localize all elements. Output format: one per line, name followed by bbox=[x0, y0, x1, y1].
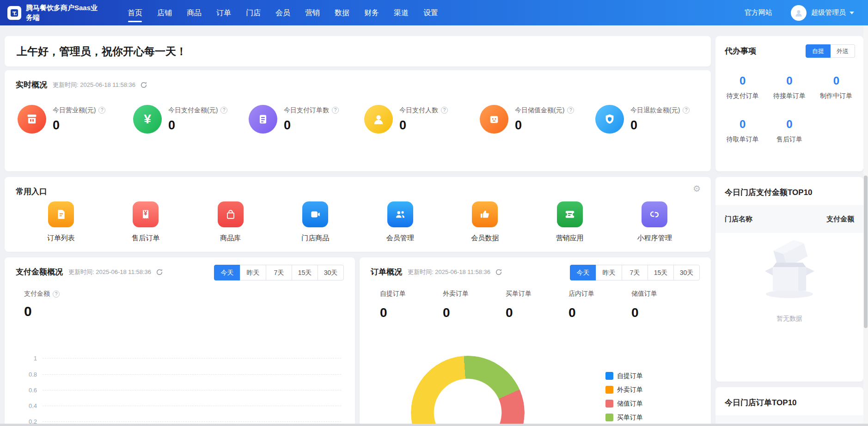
quick-entries-card: 常用入口 ⚙ 订单列表 ¥ 售后订单 商品库 门店商品 bbox=[5, 177, 711, 252]
todo-value: 0 bbox=[719, 74, 766, 87]
y-axis-tick: 1 bbox=[13, 355, 37, 362]
stat-storedvalue-orders: 储值订单 0 bbox=[631, 290, 694, 320]
nav-item-orders[interactable]: 订单 bbox=[209, 0, 238, 25]
top10-orders-panel: 今日门店订单TOP10 bbox=[715, 387, 863, 426]
realtime-header: 实时概况 更新时间: 2025-06-18 11:58:36 bbox=[5, 70, 711, 90]
stat-today-paying-users: 今日支付人数 ? 0 bbox=[358, 105, 473, 134]
stat-label: 店内订单 bbox=[568, 290, 631, 298]
member-manage-icon bbox=[387, 201, 413, 227]
tab-yesterday[interactable]: 昨天 bbox=[240, 265, 266, 280]
toggle-delivery[interactable]: 外送 bbox=[831, 44, 855, 58]
todo-item[interactable]: 0 制作中订单 bbox=[813, 74, 860, 100]
update-time-label: 更新时间: bbox=[408, 268, 434, 275]
entry-member-data[interactable]: 会员数据 bbox=[455, 201, 515, 243]
metric-label: 支付金额 bbox=[24, 290, 50, 298]
help-icon[interactable]: ? bbox=[220, 107, 227, 114]
nav-item-goods[interactable]: 商品 bbox=[179, 0, 209, 25]
gear-icon[interactable]: ⚙ bbox=[693, 184, 701, 193]
stat-label: 储值订单 bbox=[631, 290, 694, 298]
chevron-down-icon[interactable] bbox=[850, 12, 854, 14]
app-title: 腾马餐饮多商户Saas业务端 bbox=[26, 3, 101, 22]
help-icon[interactable]: ? bbox=[53, 291, 60, 298]
todo-item[interactable]: 0 待取单订单 bbox=[719, 118, 766, 144]
stat-instore-orders: 店内订单 0 bbox=[568, 290, 631, 320]
tab-today[interactable]: 今天 bbox=[570, 265, 596, 280]
refresh-icon[interactable] bbox=[156, 268, 163, 276]
tab-7days[interactable]: 7天 bbox=[266, 265, 292, 280]
legend-label: 外卖订单 bbox=[617, 386, 643, 394]
update-time-value: 2025-06-18 11:58:36 bbox=[435, 268, 490, 275]
todo-value: 0 bbox=[766, 74, 813, 87]
tab-7days[interactable]: 7天 bbox=[622, 265, 648, 280]
nav-item-shop[interactable]: 店铺 bbox=[150, 0, 179, 25]
table-header: 门店名称 支付金额 bbox=[715, 205, 863, 233]
nav-item-home[interactable]: 首页 bbox=[120, 0, 150, 25]
nav-item-marketing[interactable]: 营销 bbox=[298, 0, 327, 25]
quick-entries-title: 常用入口 bbox=[16, 186, 47, 197]
tab-yesterday[interactable]: 昨天 bbox=[596, 265, 622, 280]
y-axis-tick: 0.8 bbox=[13, 371, 37, 378]
legend-item-paybill[interactable]: 买单订单 bbox=[605, 414, 643, 421]
order-chart-legend: 自提订单 外卖订单 储值订单 买单订单 bbox=[605, 372, 643, 426]
legend-item-storedvalue[interactable]: 储值订单 bbox=[605, 400, 643, 408]
entry-miniprogram-management[interactable]: 小程序管理 bbox=[624, 201, 685, 243]
help-icon[interactable]: ? bbox=[683, 107, 690, 114]
nav-item-stores[interactable]: 门店 bbox=[238, 0, 268, 25]
toggle-pickup[interactable]: 自提 bbox=[806, 44, 831, 58]
order-overview-card: 订单概况 更新时间: 2025-06-18 11:58:36 今天 昨天 7天 … bbox=[360, 257, 711, 426]
legend-swatch bbox=[605, 400, 613, 408]
section-title: 实时概况 bbox=[16, 79, 47, 90]
goods-bag-icon bbox=[218, 201, 244, 227]
entry-member-management[interactable]: 会员管理 bbox=[370, 201, 430, 243]
help-icon[interactable]: ? bbox=[98, 107, 105, 114]
todo-item[interactable]: 0 待接单订单 bbox=[766, 74, 813, 100]
horizontal-scrollbar[interactable] bbox=[0, 424, 868, 426]
official-website-link[interactable]: 官方网站 bbox=[745, 8, 772, 17]
todo-label: 售后订单 bbox=[766, 135, 813, 144]
greeting-text: 上午好，管理员，祝你开心每一天！ bbox=[17, 44, 187, 59]
gridline bbox=[43, 406, 341, 406]
nav-item-settings[interactable]: 设置 bbox=[416, 0, 446, 25]
entry-goods-library[interactable]: 商品库 bbox=[201, 201, 261, 243]
tab-30days[interactable]: 30天 bbox=[673, 265, 700, 280]
stat-value: 0 bbox=[53, 118, 105, 133]
help-icon[interactable]: ? bbox=[441, 107, 448, 114]
todo-label: 待取单订单 bbox=[719, 135, 766, 144]
tab-15days[interactable]: 15天 bbox=[292, 265, 318, 280]
nav-item-data[interactable]: 数据 bbox=[327, 0, 357, 25]
refresh-icon[interactable] bbox=[495, 268, 502, 276]
stat-label: 今日退款金额(元) bbox=[630, 106, 680, 115]
stat-value: 0 bbox=[443, 305, 506, 320]
stat-value: 0 bbox=[506, 305, 568, 320]
order-stats-row: 自提订单 0 外卖订单 0 买单订单 0 店内订单 0 储值订单 0 bbox=[380, 290, 694, 320]
nav-item-channels[interactable]: 渠道 bbox=[386, 0, 416, 25]
entry-after-sale-orders[interactable]: ¥ 售后订单 bbox=[116, 201, 176, 243]
help-icon[interactable]: ? bbox=[332, 107, 339, 114]
stat-label: 外卖订单 bbox=[443, 290, 506, 298]
order-range-tabs: 今天 昨天 7天 15天 30天 bbox=[570, 265, 700, 280]
tab-15days[interactable]: 15天 bbox=[648, 265, 674, 280]
user-menu[interactable]: 超级管理员 bbox=[811, 8, 846, 17]
order-donut-chart bbox=[411, 356, 525, 426]
vertical-scrollbar[interactable] bbox=[863, 25, 868, 426]
nav-item-finance[interactable]: 财务 bbox=[357, 0, 386, 25]
help-icon[interactable]: ? bbox=[567, 107, 574, 114]
todo-item[interactable]: 0 待支付订单 bbox=[719, 74, 766, 100]
metric-value: 0 bbox=[24, 304, 60, 319]
empty-state: 暂无数据 bbox=[715, 231, 863, 323]
stat-label: 买单订单 bbox=[506, 290, 568, 298]
entry-marketing-apps[interactable]: 营销应用 bbox=[540, 201, 600, 243]
legend-item-pickup[interactable]: 自提订单 bbox=[605, 372, 643, 380]
nav-item-members[interactable]: 会员 bbox=[268, 0, 298, 25]
avatar[interactable] bbox=[791, 5, 807, 21]
refresh-icon[interactable] bbox=[140, 81, 147, 89]
entry-order-list[interactable]: 订单列表 bbox=[31, 201, 91, 243]
vertical-scrollbar-thumb[interactable] bbox=[864, 176, 868, 328]
tab-today[interactable]: 今天 bbox=[214, 265, 240, 280]
todo-item[interactable]: 0 售后订单 bbox=[766, 118, 813, 144]
entry-label: 门店商品 bbox=[301, 234, 329, 243]
wallet-icon bbox=[480, 105, 508, 134]
entry-store-goods[interactable]: 门店商品 bbox=[285, 201, 345, 243]
tab-30days[interactable]: 30天 bbox=[318, 265, 344, 280]
legend-item-delivery[interactable]: 外卖订单 bbox=[605, 386, 643, 394]
